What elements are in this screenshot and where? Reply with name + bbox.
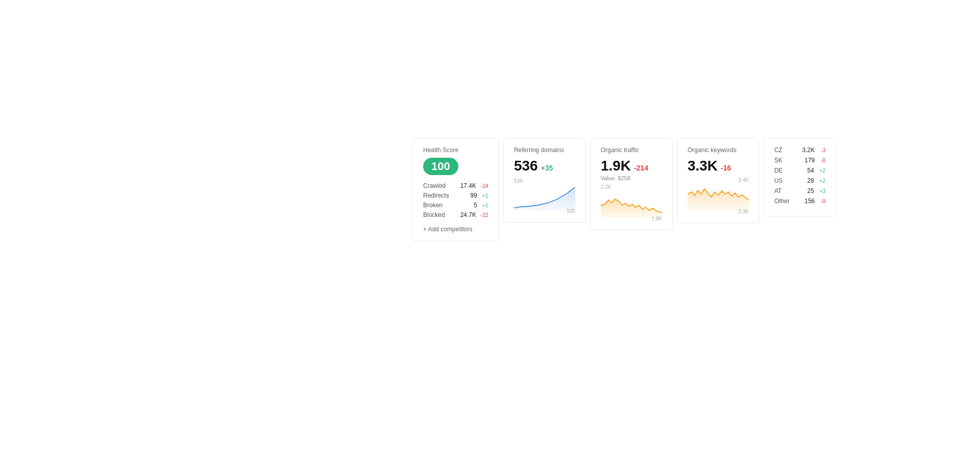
organic-traffic-chart: 2.2K 1.9K bbox=[601, 184, 662, 222]
ref-chart-label-min: 500 bbox=[567, 208, 575, 214]
health-stat-delta: +1 bbox=[482, 202, 488, 208]
country-name: Other bbox=[774, 198, 793, 205]
country-delta: +3 bbox=[819, 188, 826, 194]
country-name: CZ bbox=[774, 147, 793, 154]
referring-domains-delta: +35 bbox=[541, 164, 553, 172]
country-delta: -8 bbox=[821, 157, 826, 163]
organic-keywords-title: Organic keywords bbox=[688, 147, 749, 154]
ref-chart-label-max: 536 bbox=[514, 178, 523, 184]
organic-keywords-chart: 3.4K 3.3K bbox=[688, 177, 749, 214]
health-score-card: Health Score 100 Crawled17.4K-24Redirect… bbox=[412, 138, 499, 241]
referring-domains-title: Referring domains bbox=[514, 147, 575, 154]
country-row: AT25+3 bbox=[774, 187, 826, 194]
health-stat-row: Crawled17.4K-24 bbox=[423, 182, 488, 189]
country-value: 28 bbox=[798, 177, 814, 184]
health-stat-label: Crawled bbox=[423, 182, 453, 189]
country-row: DE54+2 bbox=[774, 167, 826, 174]
country-value: 179 bbox=[798, 157, 815, 164]
country-row: Other156-9 bbox=[774, 198, 826, 205]
health-stat-delta: +1 bbox=[482, 192, 488, 199]
country-value: 3.2K bbox=[798, 147, 815, 154]
health-stat-row: Broken5+1 bbox=[423, 202, 488, 209]
health-stat-label: Redirects bbox=[423, 192, 453, 199]
health-stat-row: Redirects99+1 bbox=[423, 192, 488, 199]
referring-domains-card: Referring domains 536 +35 536 bbox=[503, 138, 586, 223]
country-delta: -3 bbox=[821, 147, 826, 153]
country-breakdown-card: CZ3.2K-3SK179-8DE54+2US28+2AT25+3Other15… bbox=[764, 138, 837, 216]
organic-traffic-title: Organic traffic bbox=[601, 147, 662, 154]
country-delta: +2 bbox=[819, 178, 826, 184]
country-name: US bbox=[774, 177, 793, 184]
dashboard-widget: Health Score 100 Crawled17.4K-24Redirect… bbox=[412, 138, 836, 241]
health-stat-value: 99 bbox=[458, 192, 477, 199]
health-stat-value: 24.7K bbox=[457, 211, 476, 218]
country-row: CZ3.2K-3 bbox=[774, 147, 826, 154]
organic-keywords-value: 3.3K bbox=[688, 158, 718, 174]
organic-traffic-value-label: Value: $258 bbox=[601, 175, 662, 181]
health-stat-row: Blocked24.7K-22 bbox=[423, 211, 488, 218]
referring-domains-chart: 536 500 bbox=[514, 178, 575, 214]
health-stat-value: 17.4K bbox=[457, 182, 476, 189]
health-score-badge: 100 bbox=[423, 158, 458, 175]
health-stat-label: Broken bbox=[423, 202, 453, 209]
country-name: DE bbox=[774, 167, 793, 174]
country-value: 25 bbox=[798, 187, 814, 194]
health-score-title: Health Score bbox=[423, 147, 488, 154]
country-delta: +2 bbox=[819, 167, 826, 174]
organic-keywords-card: Organic keywords 3.3K -16 3.4K 3.3K bbox=[677, 138, 760, 223]
country-value: 156 bbox=[798, 198, 815, 205]
health-stat-delta: -24 bbox=[480, 183, 488, 189]
country-name: AT bbox=[774, 187, 793, 194]
country-delta: -9 bbox=[821, 198, 826, 204]
referring-domains-value: 536 bbox=[514, 158, 538, 174]
organic-keywords-delta: -16 bbox=[721, 164, 731, 172]
country-row: SK179-8 bbox=[774, 157, 826, 164]
country-name: SK bbox=[774, 157, 793, 164]
health-stat-value: 5 bbox=[458, 202, 477, 209]
country-rows: CZ3.2K-3SK179-8DE54+2US28+2AT25+3Other15… bbox=[774, 147, 826, 205]
health-stat-label: Blocked bbox=[423, 211, 453, 218]
country-value: 54 bbox=[798, 167, 814, 174]
organic-traffic-value: 1.9K bbox=[601, 158, 631, 174]
organic-traffic-card: Organic traffic 1.9K -214 Value: $258 2.… bbox=[590, 138, 673, 230]
organic-traffic-delta: -214 bbox=[634, 164, 648, 172]
health-stat-delta: -22 bbox=[480, 212, 488, 218]
health-stats: Crawled17.4K-24Redirects99+1Broken5+1Blo… bbox=[423, 182, 488, 218]
add-competitors-button[interactable]: + Add competitors bbox=[423, 226, 488, 233]
country-row: US28+2 bbox=[774, 177, 826, 184]
